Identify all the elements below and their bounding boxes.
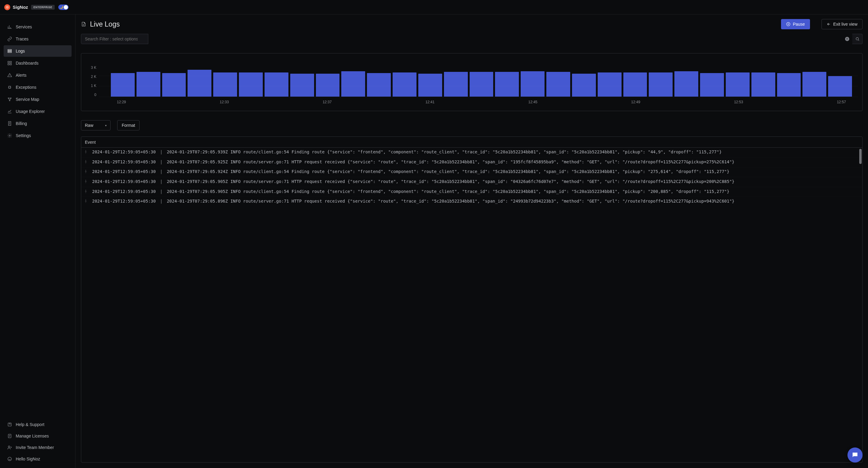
sidebar-item-label: Logs: [16, 49, 25, 54]
sidebar-item-settings[interactable]: Settings: [4, 130, 71, 141]
chart-bar[interactable]: [546, 72, 570, 97]
sidebar-item-label: Exceptions: [16, 85, 36, 90]
scrollbar[interactable]: [859, 149, 862, 164]
map-icon: [7, 97, 12, 102]
chart-bar[interactable]: [751, 72, 775, 97]
y-tick: 2 K: [86, 74, 96, 79]
sidebar-item-service-map[interactable]: Service Map: [4, 94, 71, 105]
chart-bar[interactable]: [495, 72, 519, 97]
log-row[interactable]: 2024-01-29T12:59:05+05:30|2024-01-29T07:…: [81, 187, 862, 197]
chart-bar[interactable]: [444, 72, 468, 97]
view-mode-select[interactable]: Raw ▾: [81, 120, 111, 130]
brand-name: SigNoz: [13, 4, 28, 10]
clear-search-icon[interactable]: ✕: [845, 37, 849, 41]
pin-icon[interactable]: [84, 188, 89, 196]
view-mode-value: Raw: [85, 123, 93, 128]
chart-bar[interactable]: [777, 73, 801, 97]
svg-point-8: [8, 98, 9, 99]
theme-toggle[interactable]: [58, 4, 68, 10]
chart-bar[interactable]: [623, 72, 647, 97]
sidebar-item-help-support[interactable]: Help & Support: [4, 419, 71, 430]
grid-icon: [7, 61, 12, 65]
log-volume-chart: 3 K2 K1 K0 12:2912:3312:3712:4112:4512:4…: [81, 53, 863, 111]
chart-bar[interactable]: [418, 74, 442, 97]
chart-bar[interactable]: [803, 72, 826, 97]
log-text: 2024-01-29T12:59:05+05:30|2024-01-29T07:…: [92, 168, 859, 176]
sidebar-item-services[interactable]: Services: [4, 21, 71, 33]
bug-icon: [7, 85, 12, 90]
chart-bar[interactable]: [341, 71, 365, 97]
log-row[interactable]: 2024-01-29T12:59:05+05:30|2024-01-29T07:…: [81, 177, 862, 187]
sidebar-item-traces[interactable]: Traces: [4, 33, 71, 45]
chart-bar[interactable]: [367, 73, 391, 97]
chart-bar[interactable]: [213, 72, 237, 97]
sidebar-item-invite-team-member[interactable]: Invite Team Member: [4, 442, 71, 453]
pin-icon[interactable]: [84, 179, 89, 186]
svg-rect-18: [788, 24, 789, 25]
chart-bar[interactable]: [111, 73, 135, 97]
chart-bar[interactable]: [393, 72, 416, 97]
svg-rect-4: [10, 61, 11, 63]
log-row[interactable]: 2024-01-29T12:59:05+05:30|2024-01-29T07:…: [81, 148, 862, 157]
pause-icon: [786, 22, 790, 26]
pause-button[interactable]: Pause: [781, 19, 810, 29]
format-button[interactable]: Format: [117, 120, 140, 130]
chart-bar[interactable]: [239, 72, 263, 97]
sidebar-item-alerts[interactable]: Alerts: [4, 69, 71, 81]
sidebar-item-hello-signoz[interactable]: Hello SigNoz: [4, 454, 71, 464]
pin-icon[interactable]: [84, 198, 89, 205]
x-tick: 12:37: [322, 100, 332, 104]
exit-live-view-button[interactable]: Exit live view: [822, 19, 863, 29]
chart-bar[interactable]: [700, 73, 724, 97]
exit-label: Exit live view: [833, 22, 858, 27]
chat-fab[interactable]: [847, 447, 863, 463]
sidebar-item-billing[interactable]: Billing: [4, 118, 71, 129]
log-row[interactable]: 2024-01-29T12:59:05+05:30|2024-01-29T07:…: [81, 167, 862, 177]
sidebar-item-manage-licenses[interactable]: Manage Licenses: [4, 431, 71, 441]
pin-icon[interactable]: [84, 149, 89, 156]
sidebar-item-label: Manage Licenses: [16, 434, 49, 438]
sidebar-item-logs[interactable]: Logs: [4, 45, 71, 57]
sidebar-item-exceptions[interactable]: Exceptions: [4, 82, 71, 93]
x-tick: 12:53: [734, 100, 743, 104]
sidebar-item-label: Traces: [16, 36, 28, 41]
events-panel: Event 2024-01-29T12:59:05+05:30|2024-01-…: [81, 136, 863, 463]
svg-rect-6: [10, 63, 11, 65]
chart-bar[interactable]: [470, 72, 494, 97]
pause-label: Pause: [793, 22, 805, 27]
pin-icon[interactable]: [84, 159, 89, 166]
license-icon: [7, 434, 12, 438]
chart-bar[interactable]: [828, 76, 852, 97]
log-text: 2024-01-29T12:59:05+05:30|2024-01-29T07:…: [92, 149, 859, 156]
search-button[interactable]: [852, 34, 863, 44]
chart-bar[interactable]: [136, 72, 160, 97]
format-label: Format: [122, 123, 135, 128]
sidebar-item-dashboards[interactable]: Dashboards: [4, 57, 71, 69]
alert-icon: [7, 73, 12, 77]
chart-bar[interactable]: [521, 71, 545, 97]
chart-bar[interactable]: [265, 72, 288, 97]
arrow-left-icon: [827, 22, 831, 26]
sidebar-item-label: Billing: [16, 121, 27, 126]
link-icon: [7, 36, 12, 41]
log-text: 2024-01-29T12:59:05+05:30|2024-01-29T07:…: [92, 179, 859, 186]
chart-bar[interactable]: [316, 74, 340, 97]
chart-bar[interactable]: [188, 70, 211, 97]
chart-bar[interactable]: [572, 74, 596, 97]
sidebar-item-label: Service Map: [16, 97, 39, 102]
chart-bar[interactable]: [726, 72, 750, 97]
search-filter-input[interactable]: [81, 34, 148, 44]
chart-bar[interactable]: [290, 74, 314, 97]
pin-icon[interactable]: [84, 168, 89, 176]
log-row[interactable]: 2024-01-29T12:59:05+05:30|2024-01-29T07:…: [81, 196, 862, 207]
x-tick: 12:49: [631, 100, 640, 104]
svg-rect-2: [8, 52, 11, 53]
chart-bar[interactable]: [649, 72, 673, 97]
log-row[interactable]: 2024-01-29T12:59:05+05:30|2024-01-29T07:…: [81, 157, 862, 167]
sidebar-item-usage-explorer[interactable]: Usage Explorer: [4, 106, 71, 117]
chart-bar[interactable]: [674, 71, 698, 97]
user-plus-icon: [7, 445, 12, 450]
x-tick: 12:33: [220, 100, 229, 104]
chart-bar[interactable]: [162, 73, 186, 97]
chart-bar[interactable]: [598, 72, 622, 97]
